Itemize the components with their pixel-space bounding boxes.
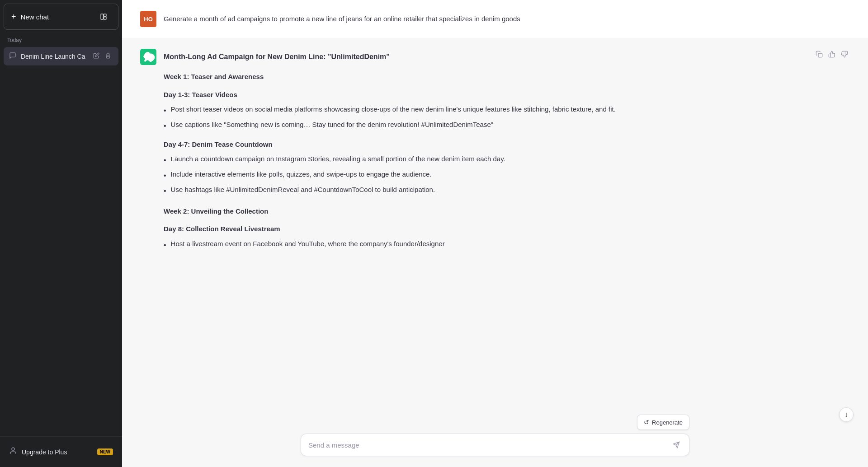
upgrade-button[interactable]: Upgrade to Plus NEW — [4, 442, 118, 462]
bullet-text: Launch a countdown campaign on Instagram… — [171, 154, 505, 165]
chat-item-label: Denim Line Launch Ca — [21, 53, 87, 60]
bullet-text: Use hashtags like #UnlimitedDenimReveal … — [171, 184, 435, 196]
edit-chat-button[interactable] — [91, 51, 101, 61]
plus-icon: + — [11, 12, 16, 22]
layout-icon[interactable] — [96, 9, 111, 24]
ai-message: Month-Long Ad Campaign for New Denim Lin… — [122, 38, 868, 265]
new-chat-button[interactable]: + New chat — [4, 4, 118, 30]
user-message-text: Generate a month of ad campaigns to prom… — [164, 11, 520, 24]
regenerate-label: Regenerate — [652, 419, 683, 426]
new-chat-label: New chat — [21, 13, 49, 21]
day4-7-bullets: • Launch a countdown campaign on Instagr… — [164, 154, 850, 197]
ai-message-actions — [814, 49, 850, 61]
svg-point-3 — [12, 448, 14, 450]
svg-rect-0 — [101, 14, 103, 19]
thumbs-down-button[interactable] — [839, 49, 850, 61]
user-icon — [9, 447, 17, 457]
day1-3-heading: Day 1-3: Teaser Videos — [164, 89, 850, 101]
bullet-dot: • — [164, 185, 166, 197]
bullet-item: • Use captions like "Something new is co… — [164, 119, 850, 132]
day4-7-heading: Day 4-7: Denim Tease Countdown — [164, 139, 850, 150]
bullet-dot: • — [164, 120, 166, 132]
svg-rect-2 — [104, 17, 106, 19]
copy-button[interactable] — [814, 49, 825, 61]
chat-list: Denim Line Launch Ca — [0, 45, 122, 67]
chat-area: HO Generate a month of ad campaigns to p… — [122, 0, 868, 407]
user-message: HO Generate a month of ad campaigns to p… — [122, 0, 868, 38]
bullet-item: • Post short teaser videos on social med… — [164, 104, 850, 117]
sidebar-footer: Upgrade to Plus NEW — [0, 436, 122, 467]
scroll-down-icon: ↓ — [844, 411, 848, 419]
chat-icon — [9, 52, 16, 61]
bullet-text: Use captions like "Something new is comi… — [171, 119, 494, 131]
svg-rect-1 — [104, 14, 106, 16]
message-input[interactable] — [308, 441, 671, 449]
week2-heading: Week 2: Unveiling the Collection — [164, 205, 850, 217]
regenerate-icon: ↺ — [644, 419, 649, 426]
bullet-dot: • — [164, 239, 166, 251]
ai-avatar — [140, 49, 156, 65]
regenerate-button[interactable]: ↺ Regenerate — [637, 415, 689, 430]
day8-heading: Day 8: Collection Reveal Livestream — [164, 223, 850, 235]
bullet-dot: • — [164, 104, 166, 117]
bullet-item: • Use hashtags like #UnlimitedDenimRevea… — [164, 184, 850, 197]
user-avatar: HO — [140, 11, 156, 27]
regenerate-container: ↺ Regenerate — [301, 415, 689, 430]
bullet-dot: • — [164, 154, 166, 166]
input-area: ↺ Regenerate — [122, 407, 868, 467]
bullet-item: • Launch a countdown campaign on Instagr… — [164, 154, 850, 166]
bullet-item: • Host a livestream event on Facebook an… — [164, 238, 850, 251]
thumbs-up-button[interactable] — [826, 49, 837, 61]
chat-item[interactable]: Denim Line Launch Ca — [4, 47, 118, 65]
bullet-text: Host a livestream event on Facebook and … — [171, 238, 445, 250]
day1-3-bullets: • Post short teaser videos on social med… — [164, 104, 850, 132]
new-badge: NEW — [97, 448, 113, 455]
upgrade-label: Upgrade to Plus — [22, 448, 67, 456]
bullet-dot: • — [164, 169, 166, 182]
bullet-text: Include interactive elements like polls,… — [171, 169, 432, 180]
response-title: Month-Long Ad Campaign for New Denim Lin… — [164, 51, 850, 63]
main-content: HO Generate a month of ad campaigns to p… — [122, 0, 868, 467]
week1-heading: Week 1: Teaser and Awareness — [164, 71, 850, 83]
ai-message-content: Month-Long Ad Campaign for New Denim Lin… — [164, 49, 850, 254]
send-button[interactable] — [671, 439, 682, 450]
bullet-item: • Include interactive elements like poll… — [164, 169, 850, 182]
bullet-text: Post short teaser videos on social media… — [171, 104, 616, 115]
delete-chat-button[interactable] — [103, 51, 113, 61]
svg-rect-5 — [818, 53, 822, 57]
today-label: Today — [0, 33, 122, 45]
message-input-container — [301, 434, 689, 456]
scroll-down-button[interactable]: ↓ — [839, 407, 854, 422]
sidebar: + New chat Today Denim Line Launch Ca — [0, 0, 122, 467]
day8-bullets: • Host a livestream event on Facebook an… — [164, 238, 850, 251]
chat-item-actions — [91, 51, 113, 61]
